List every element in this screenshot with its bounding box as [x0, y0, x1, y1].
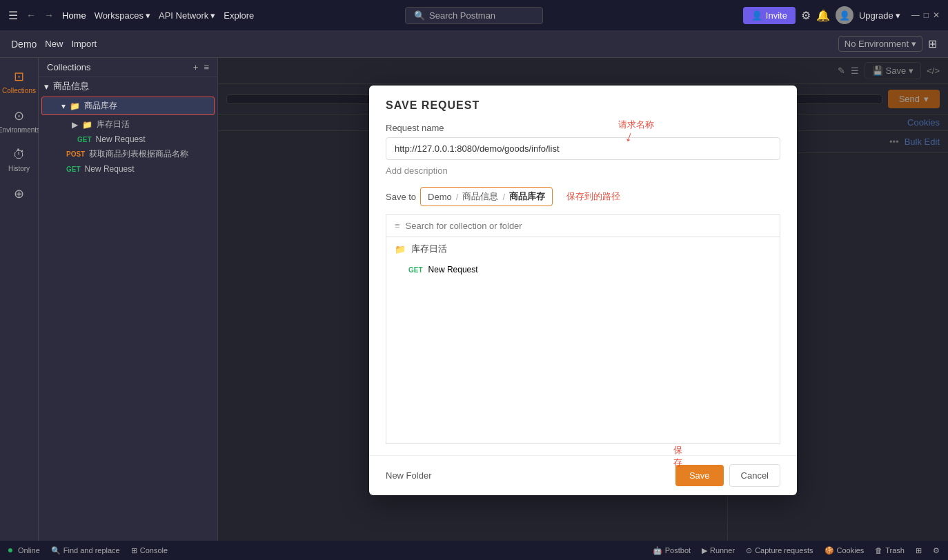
nav-explore[interactable]: Explore [224, 10, 254, 21]
cookies-icon: 🍪 [824, 546, 834, 555]
nested-method-badge: GET [408, 266, 423, 274]
close-button[interactable]: ✕ [933, 10, 940, 20]
expand-icon-sub: ▶ [72, 120, 78, 130]
status-bar-online[interactable]: Online [8, 546, 40, 554]
trash-link[interactable]: 🗑 Trash [875, 546, 905, 554]
left-panel-header: Collections + ≡ [39, 58, 217, 77]
add-description-link[interactable]: Add description [386, 166, 448, 176]
method-badge: GET [77, 136, 92, 143]
folder-small-icon: 📁 [395, 244, 406, 254]
folder-库存日活[interactable]: ▶ 📁 库存日活 [39, 117, 217, 132]
sidebar-item-environments[interactable]: ⊙ Environments [0, 103, 38, 139]
import-button[interactable]: Import [71, 39, 97, 49]
collection-name: 商品信息 [53, 80, 89, 92]
capture-icon: ⊙ [746, 546, 752, 555]
status-bar: Online 🔍 Find and replace ⊞ Console 🤖 Po… [0, 541, 948, 560]
path-sep-1: / [456, 192, 459, 202]
path-workspace: Demo [428, 192, 452, 202]
folder-name: 商品库存 [84, 100, 117, 112]
postbot-link[interactable]: 🤖 Postbot [653, 546, 691, 555]
find-replace-link[interactable]: 🔍 Find and replace [51, 546, 120, 555]
modal-header: SAVE REQUEST [369, 86, 797, 112]
method-badge-get2: GET [66, 166, 81, 173]
new-button[interactable]: New [45, 39, 63, 49]
request-post-goods[interactable]: POST 获取商品列表根据商品名称 [39, 146, 217, 162]
expand-icon: ▾ [61, 101, 66, 111]
save-request-modal: SAVE REQUEST Request name Add descriptio… [369, 86, 797, 495]
save-path-annotation: 保存到的路径 [566, 190, 620, 203]
nav-workspaces[interactable]: Workspaces ▾ [95, 10, 150, 21]
collection-list: 📁 库存日活 GET New Request [386, 237, 780, 444]
request-row-new[interactable]: GET New Request [386, 261, 780, 279]
settings-status-icon[interactable]: ⚙ [933, 546, 940, 555]
request-name-input[interactable] [386, 137, 780, 160]
cookies-status-link[interactable]: 🍪 Cookies [824, 546, 865, 555]
invite-button[interactable]: 👤 Invite [743, 7, 796, 24]
grid-status-icon[interactable]: ⊞ [916, 546, 922, 555]
folder-icon-sub: 📁 [82, 120, 92, 130]
request-get-new2[interactable]: GET New Request [39, 162, 217, 176]
environments-label: Environments [0, 126, 40, 134]
search-collection-input[interactable] [406, 221, 771, 231]
notifications-button[interactable]: 🔔 [816, 9, 830, 22]
left-panel: Collections + ≡ ▾ 商品信息 ▾ 📁 商品库存 ▶ 📁 库存日活… [39, 58, 218, 541]
folder-icon: 📁 [70, 101, 80, 111]
second-bar: Demo New Import No Environment ▾ ⊞ [0, 30, 948, 58]
search-small-icon: 🔍 [51, 546, 61, 555]
sidebar-item-collections[interactable]: ⊡ Collections [0, 63, 38, 100]
menu-icon[interactable]: ☰ [8, 9, 18, 22]
nested-request-name: New Request [428, 265, 478, 274]
save-annotation-label: 保存 [673, 444, 682, 469]
settings-button[interactable]: ⚙ [801, 9, 811, 22]
runner-icon: ▶ [702, 546, 707, 555]
environment-selector[interactable]: No Environment ▾ [838, 36, 922, 52]
new-folder-button[interactable]: New Folder [386, 470, 431, 481]
minimize-button[interactable]: — [911, 10, 920, 20]
folder-row-库存日活[interactable]: 📁 库存日活 [386, 237, 780, 261]
top-bar: ☰ ← → Home Workspaces ▾ API Network ▾ Ex… [0, 0, 948, 30]
status-bar-left: Online 🔍 Find and replace ⊞ Console [8, 546, 168, 555]
console-link[interactable]: ⊞ Console [131, 546, 168, 555]
console-icon: ⊞ [131, 546, 137, 555]
postbot-icon: 🤖 [653, 546, 662, 555]
path-collection: 商品信息 [462, 190, 498, 203]
sidebar-icons: ⊡ Collections ⊙ Environments ⏱ History ⊕ [0, 58, 39, 541]
list-icon[interactable]: ≡ [204, 62, 209, 72]
avatar[interactable]: 👤 [836, 6, 853, 24]
top-bar-center: 🔍 Search Postman [405, 7, 543, 24]
request-name-label: Request name [386, 123, 780, 133]
sidebar-item-mock[interactable]: ⊕ [0, 181, 38, 207]
path-folder: 商品库存 [509, 190, 545, 203]
history-icon: ⏱ [13, 148, 26, 162]
second-bar-right: No Environment ▾ ⊞ [838, 36, 937, 52]
main-layout: ⊡ Collections ⊙ Environments ⏱ History ⊕… [0, 58, 948, 541]
nav-back-icon[interactable]: ← [26, 10, 36, 21]
environments-icon: ⊙ [14, 108, 24, 123]
nav-home[interactable]: Home [62, 10, 86, 21]
left-panel-actions: + ≡ [193, 62, 209, 72]
save-to-path[interactable]: Demo / 商品信息 / 商品库存 [420, 187, 553, 206]
maximize-button[interactable]: □ [924, 10, 929, 20]
modal-body: Request name Add description Save to Dem… [369, 112, 797, 455]
collection-商品信息[interactable]: ▾ 商品信息 [39, 77, 217, 95]
search-bar[interactable]: 🔍 Search Postman [405, 7, 543, 24]
grid-view-button[interactable]: ⊞ [928, 37, 937, 50]
save-button[interactable]: Save [675, 465, 724, 486]
main-content: ✎ ☰ 💾 Save ▾ </> Send ▾ Cookies [218, 58, 948, 541]
folder-商品库存[interactable]: ▾ 📁 商品库存 [41, 97, 215, 115]
nav-forward-icon[interactable]: → [44, 10, 54, 21]
history-label: History [8, 165, 30, 172]
upgrade-button[interactable]: Upgrade ▾ [859, 10, 900, 21]
nav-api-network[interactable]: API Network ▾ [159, 10, 215, 21]
modal-footer: New Folder 保存 Save Cancel [369, 455, 797, 495]
modal-overlay: 请求名称 ↓ SAVE REQUEST Request name Add des… [218, 58, 948, 541]
workspace-name: Demo [11, 39, 37, 50]
sidebar-item-history[interactable]: ⏱ History [0, 142, 38, 178]
capture-link[interactable]: ⊙ Capture requests [746, 546, 813, 555]
add-collection-icon[interactable]: + [193, 62, 199, 72]
cancel-button[interactable]: Cancel [729, 464, 780, 487]
modal-title: SAVE REQUEST [386, 99, 780, 112]
request-get-new[interactable]: GET New Request [39, 132, 217, 146]
collections-label: Collections [2, 87, 36, 94]
runner-link[interactable]: ▶ Runner [702, 546, 735, 555]
